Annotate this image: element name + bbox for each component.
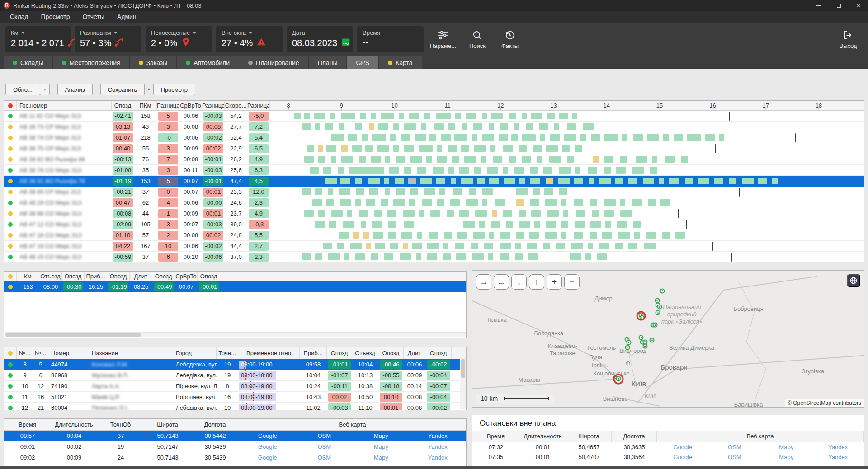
toolbar-button-параме[interactable]: Параме... bbox=[429, 26, 458, 52]
vehicle-row[interactable]: АВ 38 82 ВО Рьонфа 88-00:1376700:08-00:0… bbox=[4, 154, 864, 165]
gantt-row[interactable] bbox=[270, 111, 864, 121]
gantt-row[interactable] bbox=[270, 241, 864, 251]
stop-marker-icon[interactable] bbox=[655, 298, 660, 303]
orders-header-1[interactable]: №... bbox=[17, 347, 33, 359]
gantt-row[interactable] bbox=[270, 165, 864, 175]
link-yandex[interactable]: Yandex bbox=[410, 441, 467, 452]
tab-планирование[interactable]: Планирование bbox=[239, 56, 309, 69]
vehicle-row[interactable]: АВ 47 18 СО Мерс 31301:1057200:0800:0224… bbox=[4, 230, 864, 241]
stops-header-5[interactable]: Долгота bbox=[191, 419, 239, 430]
pan-right-button[interactable]: → bbox=[476, 274, 491, 290]
detail-header-6[interactable]: Длит bbox=[130, 272, 152, 281]
close-button[interactable]: × bbox=[854, 0, 863, 11]
refresh-dropdown-button[interactable] bbox=[40, 84, 50, 95]
orders-header-11[interactable]: Опозд bbox=[378, 347, 404, 359]
stops-row[interactable]: 09:0100:021950,714730,5439GoogleOSMMapyY… bbox=[4, 441, 466, 452]
map-panel[interactable]: ДимерБобровицяНаціональний природний пар… bbox=[472, 270, 864, 408]
gantt-row[interactable] bbox=[270, 230, 864, 240]
stop-marker-icon[interactable] bbox=[626, 340, 631, 345]
analysis-button[interactable]: Анализ bbox=[57, 84, 93, 95]
gantt-row[interactable] bbox=[270, 208, 864, 219]
offplan-header-1[interactable]: Время bbox=[472, 431, 519, 442]
pan-up-button[interactable]: ↑ bbox=[529, 274, 544, 290]
vehicle-row[interactable]: АВ 38 73 СР Мерс 31303:1343300:0800:0827… bbox=[4, 122, 864, 132]
gantt-row[interactable] bbox=[270, 176, 864, 186]
link-osm[interactable]: OSM bbox=[709, 442, 761, 452]
detail-hscrollbar[interactable] bbox=[5, 332, 466, 337]
scroll-thumb[interactable] bbox=[5, 333, 141, 337]
stop-marker-icon[interactable] bbox=[642, 344, 647, 349]
header-col-1[interactable]: Опозд bbox=[112, 101, 134, 110]
stops-row[interactable]: 08:5700:043750,714330,5442GoogleOSMMapyY… bbox=[4, 431, 466, 441]
gantt-row[interactable] bbox=[270, 154, 864, 164]
orders-header-13[interactable]: Опозд bbox=[425, 347, 452, 359]
toolbar-button-поиск[interactable]: Поиск bbox=[463, 26, 492, 52]
orders-header-9[interactable]: Опозд bbox=[327, 347, 352, 359]
stops-header-2[interactable]: Длительность bbox=[51, 419, 97, 430]
stop-marker-icon[interactable] bbox=[657, 305, 662, 310]
offplan-row[interactable]: 07:3200:0150,465730,3635GoogleOSMMapyYan… bbox=[472, 442, 864, 452]
toolbar-button-факты[interactable]: Факты bbox=[495, 26, 524, 52]
tab-заказы[interactable]: Заказы bbox=[130, 56, 177, 69]
tab-склады[interactable]: Склады bbox=[4, 56, 53, 69]
restore-button[interactable] bbox=[835, 0, 843, 11]
refresh-button[interactable]: Обно... bbox=[5, 84, 40, 95]
orders-header-6[interactable]: Точн... bbox=[217, 347, 238, 359]
detail-header-9[interactable]: Опозд bbox=[198, 272, 220, 281]
metric-card-3[interactable]: Непосещеные2 • 0% bbox=[146, 26, 212, 52]
link-osm[interactable]: OSM bbox=[296, 452, 353, 463]
menu-item-3[interactable]: Отчеты bbox=[77, 12, 109, 22]
stop-marker-icon[interactable] bbox=[625, 345, 630, 350]
vehicle-row[interactable]: АВ 11 82 СО Мерс 313-02:41158500:06-00:0… bbox=[4, 111, 864, 122]
metric-card-1[interactable]: Км2 014 • 2 071 bbox=[5, 26, 71, 52]
detail-row[interactable]: 15308:00-00:3016:25-01:1908:25-00:4900:0… bbox=[4, 281, 466, 292]
stop-marker-icon[interactable] bbox=[660, 288, 665, 293]
tab-автомобили[interactable]: Автомобили bbox=[177, 56, 239, 69]
link-osm[interactable]: OSM bbox=[709, 452, 761, 462]
link-yandex[interactable]: Yandex bbox=[812, 452, 864, 462]
header-col-2[interactable]: ПКм bbox=[134, 101, 157, 110]
link-google[interactable]: Google bbox=[239, 441, 296, 452]
exit-button[interactable]: Выход bbox=[834, 26, 863, 52]
stops-header-4[interactable]: Широта bbox=[144, 419, 191, 430]
offplan-header-3[interactable]: Широта bbox=[566, 431, 612, 442]
order-row[interactable]: 122160004Петренко О.І.Лебедівка, вул....… bbox=[4, 403, 466, 410]
offplan-header-4[interactable]: Долгота bbox=[612, 431, 657, 442]
orders-header-8[interactable]: Приб... bbox=[300, 347, 327, 359]
vehicle-row[interactable]: АВ 48 29 СО Мерс 31300:4762400:06-00:002… bbox=[4, 197, 864, 208]
link-yandex[interactable]: Yandex bbox=[812, 442, 864, 452]
gantt-row[interactable] bbox=[270, 252, 864, 262]
link-mapy[interactable]: Mapy bbox=[353, 441, 410, 452]
header-col-4[interactable]: СрВрТо bbox=[179, 101, 202, 110]
tab-gps[interactable]: GPS bbox=[347, 56, 379, 69]
zoom-in-button[interactable]: + bbox=[547, 274, 562, 290]
tab-карта[interactable]: Карта bbox=[379, 56, 422, 69]
metric-card-4[interactable]: Вне окна27 • 4% bbox=[216, 26, 283, 52]
orders-vscrollbar[interactable] bbox=[460, 358, 466, 409]
tab-планы[interactable]: Планы bbox=[309, 56, 347, 69]
gantt-row[interactable] bbox=[270, 132, 864, 143]
detail-header-8[interactable]: СрВрТо bbox=[175, 272, 198, 281]
detail-header-5[interactable]: Опозд bbox=[107, 272, 130, 281]
gantt-row[interactable] bbox=[270, 122, 864, 132]
link-osm[interactable]: OSM bbox=[296, 431, 353, 441]
detail-header-1[interactable]: Км bbox=[17, 272, 39, 281]
stop-marker-icon[interactable] bbox=[656, 310, 660, 315]
order-row[interactable]: 111658021Манів Ц.Р.Воропаев, вул....1608… bbox=[4, 392, 466, 403]
link-yandex[interactable]: Yandex bbox=[410, 452, 467, 463]
detail-header-3[interactable]: Опозд bbox=[62, 272, 85, 281]
minimize-button[interactable] bbox=[815, 0, 823, 11]
orders-header-7[interactable]: Временное окно bbox=[238, 347, 300, 359]
stops-row[interactable]: 09:0200:092450,714330,5439GoogleOSMMapyY… bbox=[4, 452, 466, 463]
link-yandex[interactable]: Yandex bbox=[410, 431, 467, 441]
stops-header-3[interactable]: ТочнОб bbox=[97, 419, 144, 430]
menu-item-1[interactable]: Склад bbox=[5, 12, 34, 22]
detail-header-7[interactable]: Опозд bbox=[152, 272, 175, 281]
orders-header-4[interactable]: Название bbox=[89, 347, 173, 359]
menu-item-4[interactable]: Админ bbox=[112, 12, 142, 22]
link-mapy[interactable]: Mapy bbox=[760, 442, 812, 452]
stops-header-1[interactable]: Время bbox=[4, 419, 51, 430]
offplan-header-2[interactable]: Длительность bbox=[519, 431, 566, 442]
zoom-out-button[interactable]: − bbox=[564, 274, 580, 290]
orders-header-12[interactable]: Длит bbox=[404, 347, 425, 359]
